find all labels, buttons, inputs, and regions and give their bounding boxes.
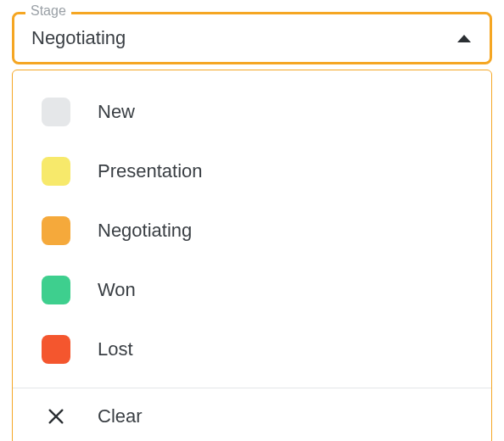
option-label: New bbox=[98, 101, 135, 123]
stage-field: Stage Negotiating NewPresentationNegotia… bbox=[12, 12, 492, 441]
option-won[interactable]: Won bbox=[13, 260, 491, 320]
stage-dropdown: NewPresentationNegotiatingWonLost Clear bbox=[12, 70, 492, 441]
options-list: NewPresentationNegotiatingWonLost bbox=[13, 70, 491, 388]
option-new[interactable]: New bbox=[13, 82, 491, 142]
color-swatch bbox=[42, 98, 70, 126]
option-label: Won bbox=[98, 279, 136, 301]
option-lost[interactable]: Lost bbox=[13, 320, 491, 379]
option-negotiating[interactable]: Negotiating bbox=[13, 201, 491, 260]
clear-option[interactable]: Clear bbox=[13, 388, 491, 441]
option-label: Lost bbox=[98, 338, 133, 360]
close-icon bbox=[42, 402, 70, 431]
color-swatch bbox=[42, 276, 70, 304]
stage-select[interactable]: Negotiating bbox=[12, 12, 492, 64]
option-presentation[interactable]: Presentation bbox=[13, 142, 491, 201]
color-swatch bbox=[42, 216, 70, 245]
option-label: Presentation bbox=[98, 160, 203, 182]
chevron-up-icon bbox=[457, 35, 471, 42]
option-label: Negotiating bbox=[98, 220, 192, 242]
color-swatch bbox=[42, 335, 70, 364]
color-swatch bbox=[42, 157, 70, 186]
clear-label: Clear bbox=[98, 405, 143, 427]
selected-value: Negotiating bbox=[31, 27, 126, 49]
field-label: Stage bbox=[25, 3, 71, 19]
